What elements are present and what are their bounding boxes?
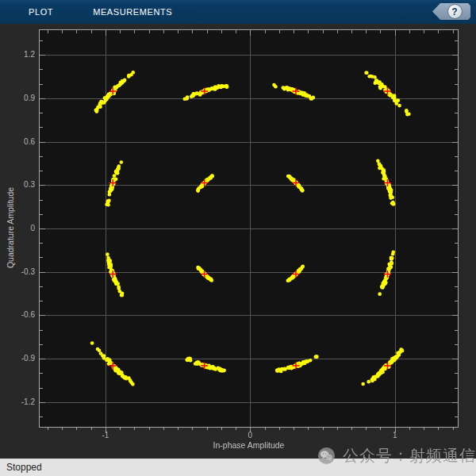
x-tick-label: 1 [379,431,411,440]
figure-area: -1.2-0.9-0.6-0.300.30.60.91.2 -101 In-ph… [0,24,476,459]
y-tick-label: 1.2 [0,50,35,59]
constellation-plot-canvas [39,29,459,434]
help-icon[interactable]: ? [447,4,463,19]
tab-measurements[interactable]: MEASUREMENTS [90,7,175,17]
x-tick-label: -1 [90,431,121,440]
x-tick-label: 0 [234,431,266,440]
help-tag[interactable]: ? [432,3,470,20]
y-axis-label: Quadrature Amplitude [6,164,15,291]
y-tick-label: 0.9 [0,94,35,102]
status-bar: Stopped [0,459,476,476]
constellation-diagram-window: PLOT MEASUREMENTS ? -1.2-0.9-0.6-0.300.3… [0,0,476,476]
y-tick-label: -1.2 [0,397,35,406]
status-text: Stopped [6,462,42,473]
y-tick-label: -0.6 [0,310,35,319]
toolstrip: PLOT MEASUREMENTS ? [0,0,476,24]
y-tick-label: 0.6 [0,137,35,146]
y-tick-label: -0.9 [0,354,35,363]
tab-plot[interactable]: PLOT [25,7,56,17]
x-axis-label: In-phase Amplitude [39,440,459,450]
